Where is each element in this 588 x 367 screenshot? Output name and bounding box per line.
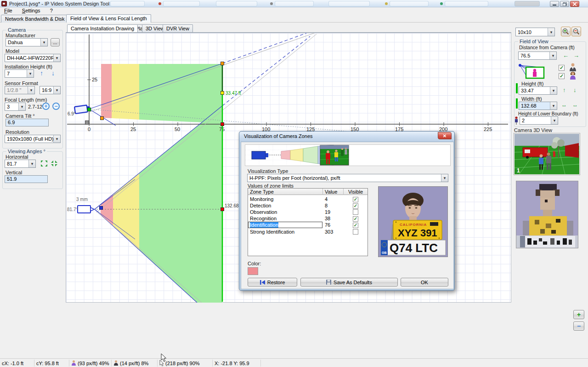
resolution-select[interactable]: 1920x1080 (Full HD)▾ — [5, 135, 61, 143]
aspect-ratio-select[interactable]: 16:9▾ — [40, 86, 61, 94]
more-manufacturers-button[interactable]: ... — [51, 38, 60, 46]
horizontal-angle-select[interactable]: 81.7▾ — [5, 160, 36, 168]
handle-target-distance-plan[interactable] — [221, 208, 224, 211]
zone-row-recognition[interactable]: Recognition 38 ✓ — [248, 215, 368, 222]
chevron-down-icon[interactable]: ▾ — [548, 28, 554, 36]
restore-button[interactable] — [560, 1, 569, 7]
menu-help[interactable]: ? — [46, 7, 57, 14]
chevron-down-icon[interactable]: ▾ — [550, 102, 557, 109]
background-window-tab — [445, 1, 488, 6]
zone-name-edit-field[interactable]: Identification — [248, 222, 322, 228]
chevron-down-icon[interactable]: ▾ — [53, 54, 60, 62]
plan-camera-icon[interactable] — [78, 206, 94, 213]
zoom-in-focal-icon[interactable]: + — [42, 103, 50, 110]
chevron-down-icon[interactable]: ▾ — [18, 103, 25, 110]
move-target-closer-icon[interactable]: ← — [563, 52, 569, 59]
main-tab-strip: Network Bandwidth & Disk Space Field of … — [0, 14, 588, 23]
width-select[interactable]: 132.68▾ — [519, 102, 557, 110]
zone-color-swatch[interactable] — [248, 267, 258, 275]
zone-row-identification[interactable]: Identification 76 ✓ — [248, 222, 368, 228]
fov-preview-icon — [518, 63, 546, 80]
close-button[interactable] — [570, 1, 579, 7]
visible-checkbox[interactable] — [353, 209, 358, 215]
handle-fov-height[interactable] — [221, 92, 224, 95]
widen-fov-icon[interactable]: ↔ — [561, 102, 567, 108]
visible-checkbox[interactable] — [353, 229, 358, 235]
handle-plan-dead-zone[interactable] — [100, 206, 103, 210]
widen-angle-icon[interactable] — [51, 160, 58, 167]
restore-button[interactable]: Restore — [248, 278, 297, 287]
chevron-down-icon[interactable]: ▾ — [40, 39, 47, 46]
chevron-down-icon[interactable]: ▾ — [549, 52, 556, 59]
zoom-in-button[interactable] — [561, 27, 571, 36]
add-camera-button[interactable]: + — [573, 310, 584, 319]
ok-button[interactable]: OK — [401, 278, 448, 287]
chevron-down-icon[interactable]: ▾ — [53, 86, 60, 94]
chevron-down-icon[interactable]: ▾ — [53, 135, 60, 143]
chevron-down-icon[interactable]: ▾ — [441, 174, 448, 182]
field-of-view-panel: 10x10▾ Field of View Distance from Camer… — [512, 23, 588, 303]
handle-fov-top[interactable] — [221, 62, 224, 65]
increase-height-icon[interactable]: ↑ — [563, 86, 566, 93]
zone-row-observation[interactable]: Observation 19 — [248, 209, 368, 215]
camera-tilt-label: Camera Tilt ° — [6, 113, 35, 119]
show-man-checkbox[interactable]: ✓ — [559, 65, 565, 71]
dialog-close-button[interactable]: ✕ — [438, 132, 452, 139]
zoom-out-focal-icon[interactable]: − — [52, 103, 60, 110]
handle-dead-zone[interactable] — [101, 117, 104, 120]
chevron-down-icon[interactable]: ▾ — [28, 160, 35, 167]
handle-camera-base[interactable] — [85, 121, 89, 125]
manufacturer-select[interactable]: Dahua▾ — [6, 38, 48, 46]
narrow-fov-icon[interactable]: ↔ — [572, 102, 578, 108]
chevron-down-icon[interactable]: ▾ — [550, 87, 557, 94]
zone-row-detection[interactable]: Detection 8 ✓ — [248, 202, 368, 209]
raise-camera-icon[interactable]: ↑ — [40, 69, 43, 77]
sensor-size-select[interactable]: 1/2.8 "▾ — [5, 86, 35, 94]
person-height-icon — [514, 116, 519, 125]
woman-icon — [71, 360, 76, 366]
lower-camera-icon[interactable]: ↓ — [51, 69, 55, 77]
grid-size-select[interactable]: 10x10▾ — [515, 28, 555, 36]
background-window-tab — [328, 1, 370, 6]
background-window-tab — [275, 1, 314, 6]
installation-height-select[interactable]: 7▾ — [5, 69, 34, 78]
chevron-down-icon[interactable]: ▾ — [27, 70, 34, 77]
minimize-button[interactable] — [550, 1, 559, 7]
distance-select[interactable]: 76.5▾ — [518, 52, 557, 60]
zone-row-strong-identification[interactable]: Strong Identification 303 — [248, 229, 368, 235]
zone-limits-table[interactable]: Zone Type Value Visible Monitoring 4 ✓ D… — [248, 188, 368, 256]
sub-tab-strip: Camera Installation Drawing Site Plan 3D… — [66, 24, 511, 33]
camera-tilt-field[interactable]: 6.9 — [6, 119, 49, 126]
tab-camera-installation-drawing[interactable]: Camera Installation Drawing — [67, 24, 138, 32]
visible-checkbox[interactable]: ✓ — [353, 223, 358, 228]
handle-camera-position[interactable] — [88, 108, 91, 111]
zoom-out-button[interactable] — [571, 27, 581, 36]
tab-dvr-view[interactable]: DVR View — [163, 24, 193, 32]
camera-3d-view-thumbnail[interactable]: 1 — [514, 133, 580, 175]
save-as-defaults-button[interactable]: Save As Defaults — [300, 278, 398, 287]
height-select[interactable]: 33.47▾ — [519, 86, 557, 95]
model-select[interactable]: DH-HAC-HFW2220RP-▾ — [5, 54, 61, 62]
move-target-farther-icon[interactable]: → — [573, 52, 579, 59]
visible-checkbox[interactable]: ✓ — [353, 216, 358, 222]
menu-settings[interactable]: Settings — [18, 7, 45, 14]
chevron-down-icon[interactable]: ▾ — [551, 117, 558, 124]
visible-checkbox[interactable]: ✓ — [353, 203, 358, 209]
focal-length-select[interactable]: 3▾ — [5, 103, 26, 111]
show-woman-checkbox[interactable]: ✓ — [559, 73, 565, 79]
tab-field-of-view[interactable]: Field of View & Lens Focal Length — [66, 14, 151, 23]
vertical-label: Vertical — [6, 170, 22, 175]
focal-length-label: Focal Length (mm) — [5, 97, 47, 103]
handle-target-distance-side[interactable] — [221, 123, 224, 126]
menu-file[interactable]: File — [0, 7, 17, 14]
zone-row-monitoring[interactable]: Monitoring 4 ✓ — [248, 196, 368, 202]
visible-checkbox[interactable]: ✓ — [353, 197, 358, 202]
narrow-angle-icon[interactable] — [40, 160, 48, 167]
vertical-angle-field[interactable]: 51.9 — [5, 175, 48, 183]
decrease-height-icon[interactable]: ↓ — [573, 86, 577, 93]
background-window-tab — [163, 1, 200, 6]
visualization-type-select[interactable]: H-PPF: Pixels per Foot (horizontal), px/… — [247, 174, 448, 182]
lower-boundary-select[interactable]: 2▾ — [520, 116, 558, 125]
dialog-title-bar[interactable]: Visualization of Camera Zones ✕ — [239, 132, 454, 142]
remove-camera-button[interactable]: − — [573, 321, 584, 331]
